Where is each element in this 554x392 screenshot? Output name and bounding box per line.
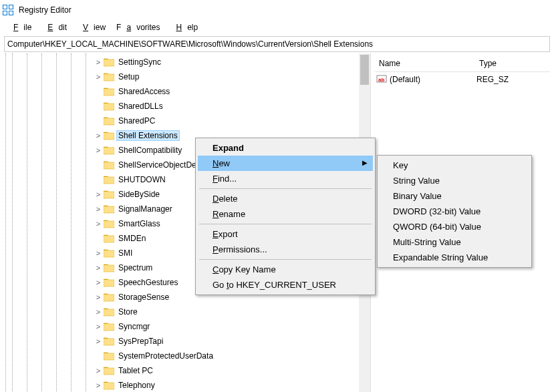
sub-multi-string-value[interactable]: Multi-String Value xyxy=(380,234,529,250)
folder-icon xyxy=(104,190,114,199)
expander-icon[interactable]: > xyxy=(94,337,102,345)
sub-string-value[interactable]: String Value xyxy=(380,173,529,188)
folder-icon xyxy=(104,337,114,346)
expander-icon[interactable]: > xyxy=(94,323,102,331)
ctx-copy-key-name[interactable]: Copy Key Name xyxy=(198,262,373,277)
tree-item[interactable]: SharedAccess xyxy=(4,84,370,99)
separator xyxy=(199,188,372,189)
tree-item-label: SMDEn xyxy=(117,234,147,243)
tree-item-label: StorageSense xyxy=(117,292,170,302)
col-name[interactable]: Name xyxy=(375,59,475,68)
tree-item-label: SharedPC xyxy=(117,116,156,126)
tree-item-label: SideBySide xyxy=(117,190,161,199)
svg-rect-6 xyxy=(3,11,7,15)
folder-icon xyxy=(104,146,114,155)
expander-icon[interactable]: > xyxy=(94,264,102,272)
sub-expandable-string-value[interactable]: Expandable String Value xyxy=(380,250,529,265)
col-type[interactable]: Type xyxy=(475,59,497,68)
ctx-find[interactable]: Find... xyxy=(198,171,373,186)
title-bar: Registry Editor xyxy=(0,0,554,20)
folder-icon xyxy=(104,57,114,67)
value-type: REG_SZ xyxy=(476,75,509,84)
folder-icon xyxy=(104,248,114,258)
svg-rect-5 xyxy=(9,5,13,9)
expander-icon[interactable]: > xyxy=(94,220,102,228)
tree-item-label: SignalManager xyxy=(117,204,174,214)
ctx-permissions[interactable]: Permissions... xyxy=(198,242,373,257)
window-title: Registry Editor xyxy=(19,5,72,15)
tree-item-label: Telephony xyxy=(117,381,156,390)
sub-dword-value[interactable]: DWORD (32-bit) Value xyxy=(380,204,529,219)
separator xyxy=(199,224,372,224)
address-bar[interactable]: Computer\HKEY_LOCAL_MACHINE\SOFTWARE\Mic… xyxy=(4,36,550,52)
tree-item-label: Spectrum xyxy=(117,263,154,272)
expander-icon[interactable]: > xyxy=(94,205,102,213)
tree-item-label: Syncmgr xyxy=(117,322,151,331)
folder-icon xyxy=(104,351,114,361)
tree-item[interactable]: >SettingSync xyxy=(4,55,370,69)
svg-rect-7 xyxy=(9,11,13,15)
context-menu: Expand New▶ Find... Delete Rename Export… xyxy=(195,138,376,295)
ctx-goto[interactable]: Go to HKEY_CURRENT_USER xyxy=(198,277,373,292)
expander-icon[interactable]: > xyxy=(94,58,102,66)
svg-text:ab: ab xyxy=(378,77,384,83)
tree-item[interactable]: >Telephony xyxy=(4,378,370,392)
tree-item-label: SettingSync xyxy=(117,57,162,67)
folder-icon xyxy=(104,72,114,81)
tree-item[interactable]: >SysPrepTapi xyxy=(4,334,370,349)
tree-item[interactable]: >Tablet PC xyxy=(4,363,370,378)
folder-icon xyxy=(104,307,114,317)
folder-icon xyxy=(104,219,114,228)
tree-item[interactable]: >Syncmgr xyxy=(4,319,370,334)
menu-edit[interactable]: Edit xyxy=(37,21,72,33)
expander-icon[interactable]: > xyxy=(94,190,102,198)
menu-help[interactable]: Help xyxy=(165,21,203,33)
ctx-delete[interactable]: Delete xyxy=(198,191,373,206)
expander-icon[interactable]: > xyxy=(94,293,102,301)
expander-icon[interactable]: > xyxy=(94,132,102,140)
menu-view[interactable]: View xyxy=(72,21,111,33)
expander-icon[interactable]: > xyxy=(94,308,102,316)
tree-item[interactable]: SharedDLLs xyxy=(4,99,370,114)
sub-binary-value[interactable]: Binary Value xyxy=(380,188,529,204)
folder-icon xyxy=(104,204,114,214)
scroll-thumb[interactable] xyxy=(360,55,369,85)
menu-favorites[interactable]: Favorites xyxy=(111,21,165,33)
folder-icon xyxy=(104,160,114,170)
new-submenu: Key String Value Binary Value DWORD (32-… xyxy=(377,155,532,268)
tree-item-label: Shell Extensions xyxy=(117,131,179,140)
sub-qword-value[interactable]: QWORD (64-bit) Value xyxy=(380,219,529,234)
expander-icon[interactable]: > xyxy=(94,367,102,375)
folder-icon xyxy=(104,292,114,302)
menu-file[interactable]: File xyxy=(3,21,37,33)
expander-icon[interactable]: > xyxy=(94,146,102,154)
tree-item[interactable]: SharedPC xyxy=(4,114,370,128)
folder-icon xyxy=(104,116,114,126)
expander-icon[interactable]: > xyxy=(94,278,102,286)
expander-icon[interactable]: > xyxy=(94,249,102,257)
expander-icon[interactable]: > xyxy=(94,381,102,389)
ctx-expand[interactable]: Expand xyxy=(198,140,373,156)
submenu-arrow-icon: ▶ xyxy=(362,159,368,166)
ctx-rename[interactable]: Rename xyxy=(198,206,373,222)
tree-item-label: SharedAccess xyxy=(117,87,171,96)
tree-item[interactable]: >Setup xyxy=(4,69,370,84)
address-text: Computer\HKEY_LOCAL_MACHINE\SOFTWARE\Mic… xyxy=(7,39,373,49)
folder-icon xyxy=(104,87,114,96)
value-row[interactable]: ab (Default) REG_SZ xyxy=(375,72,550,87)
values-header: Name Type xyxy=(375,55,550,72)
tree-item-label: Store xyxy=(117,307,139,317)
tree-item[interactable]: >Store xyxy=(4,305,370,319)
tree-item-label: SMI xyxy=(117,248,134,258)
svg-rect-4 xyxy=(3,5,7,9)
expander-icon[interactable]: > xyxy=(94,73,102,81)
ctx-new[interactable]: New▶ xyxy=(198,156,373,171)
ctx-export[interactable]: Export xyxy=(198,226,373,242)
tree-item-label: ShellCompatibility xyxy=(117,146,183,155)
tree-item-label: SpeechGestures xyxy=(117,278,179,287)
tree-item-label: SysPrepTapi xyxy=(117,337,164,346)
tree-item[interactable]: SystemProtectedUserData xyxy=(4,349,370,363)
folder-icon xyxy=(104,131,114,140)
sub-key[interactable]: Key xyxy=(380,158,529,173)
tree-item-label: SmartGlass xyxy=(117,219,162,228)
